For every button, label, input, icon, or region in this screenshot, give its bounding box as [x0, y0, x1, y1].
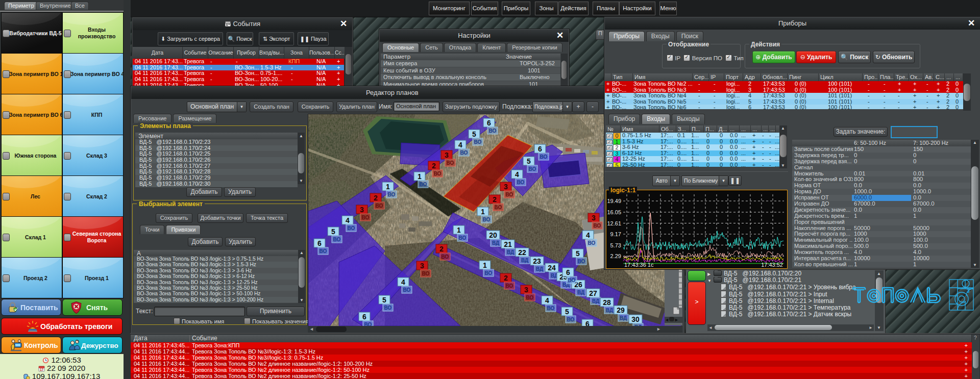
- svg-text:ВО: ВО: [348, 225, 355, 231]
- svg-text:6: 6: [538, 145, 542, 153]
- svg-text:ВО: ВО: [506, 283, 513, 289]
- svg-text:ВО: ВО: [320, 248, 327, 254]
- svg-text:4: 4: [346, 216, 350, 224]
- svg-text:ВО: ВО: [434, 171, 442, 176]
- svg-text:ВО: ВО: [485, 270, 493, 276]
- svg-text:17: 17: [40, 368, 44, 371]
- svg-text:1: 1: [457, 226, 461, 234]
- svg-text:4: 4: [458, 141, 462, 149]
- svg-text:2: 2: [493, 195, 497, 204]
- svg-text:16.05: 16.05: [607, 209, 621, 215]
- svg-text:6: 6: [585, 320, 590, 326]
- svg-text:20: 20: [489, 231, 497, 239]
- svg-text:9.17: 9.17: [610, 231, 621, 237]
- svg-text:4: 4: [401, 278, 405, 286]
- svg-text:ВО: ВО: [540, 154, 548, 160]
- svg-text:21: 21: [504, 240, 512, 248]
- svg-text:ВО: ВО: [474, 139, 482, 145]
- svg-text:ВО: ВО: [364, 322, 372, 326]
- svg-text:2: 2: [504, 274, 508, 282]
- svg-text:3: 3: [360, 206, 364, 214]
- svg-text:ВО: ВО: [506, 192, 513, 197]
- svg-text:3: 3: [592, 214, 596, 222]
- svg-text:2: 2: [432, 162, 436, 170]
- svg-text:1: 1: [386, 183, 390, 191]
- svg-text:4: 4: [586, 231, 590, 239]
- svg-text:22: 22: [518, 248, 526, 257]
- svg-text:ВО: ВО: [489, 128, 497, 134]
- svg-text:29: 29: [617, 306, 625, 314]
- svg-text:ВО: ВО: [420, 182, 427, 187]
- svg-text:ВД: ВД: [507, 249, 514, 255]
- svg-text:4: 4: [545, 296, 549, 305]
- svg-text:ВО: ВО: [495, 205, 502, 210]
- svg-text:ВО: ВО: [529, 166, 536, 172]
- svg-text:ВО: ВО: [362, 215, 370, 220]
- svg-text:23: 23: [533, 257, 541, 265]
- svg-text:ВД: ВД: [606, 308, 613, 313]
- svg-text:17:43:36 1c: 17:43:36 1c: [624, 262, 654, 267]
- svg-text:ВД: ВД: [536, 266, 543, 272]
- svg-text:5: 5: [565, 308, 569, 316]
- svg-text:4: 4: [515, 170, 519, 179]
- svg-text:19.49: 19.49: [607, 198, 621, 204]
- svg-text:27: 27: [589, 289, 597, 297]
- svg-text:6: 6: [362, 313, 366, 321]
- svg-text:ВО: ВО: [526, 295, 534, 300]
- svg-text:ВД: ВД: [592, 298, 599, 304]
- svg-text:24: 24: [548, 264, 556, 272]
- svg-text:5: 5: [527, 157, 531, 165]
- svg-text:30: 30: [631, 315, 640, 323]
- svg-text:6: 6: [317, 239, 322, 247]
- svg-text:ВО: ВО: [483, 217, 491, 222]
- svg-text:6: 6: [487, 119, 491, 127]
- svg-text:ВО: ВО: [588, 240, 596, 246]
- svg-text:1: 1: [481, 208, 485, 216]
- svg-text:ВО: ВО: [517, 180, 525, 185]
- svg-text:3: 3: [420, 262, 424, 270]
- svg-text:ВО: ВО: [388, 192, 396, 197]
- svg-text:ВО: ВО: [567, 317, 575, 322]
- svg-text:1: 1: [418, 172, 422, 181]
- svg-text:28: 28: [603, 298, 611, 307]
- svg-text:3: 3: [967, 288, 970, 294]
- svg-text:2: 2: [439, 245, 444, 253]
- svg-text:5: 5: [576, 249, 580, 258]
- svg-text:ВО: ВО: [447, 160, 454, 166]
- svg-text:5: 5: [382, 296, 386, 304]
- svg-text:ВО: ВО: [460, 150, 468, 156]
- svg-text:ВД: ВД: [620, 315, 627, 321]
- svg-text:ВО: ВО: [403, 287, 411, 293]
- svg-text:5: 5: [472, 130, 476, 138]
- svg-text:ВО: ВО: [384, 305, 392, 311]
- svg-text:3: 3: [504, 183, 508, 191]
- svg-text:ВО: ВО: [442, 254, 449, 260]
- svg-text:5.73: 5.73: [610, 242, 621, 248]
- svg-text:ВО: ВО: [594, 223, 601, 229]
- svg-text:2: 2: [374, 194, 378, 202]
- svg-text:3: 3: [445, 151, 449, 159]
- svg-text:ВО: ВО: [568, 277, 576, 283]
- svg-text:ВД: ВД: [492, 240, 499, 246]
- svg-text:3: 3: [524, 286, 528, 294]
- svg-text:ВО: ВО: [578, 259, 585, 264]
- svg-text:ВД: ВД: [521, 258, 528, 263]
- svg-text:12.61: 12.61: [607, 220, 621, 226]
- svg-text:ВД: ВД: [577, 290, 584, 295]
- svg-text:ВО: ВО: [459, 235, 467, 241]
- svg-text:ВО: ВО: [333, 237, 341, 242]
- svg-text:6: 6: [566, 268, 570, 276]
- svg-text:17:43:52: 17:43:52: [761, 262, 783, 267]
- svg-text:ВО: ВО: [376, 203, 383, 209]
- svg-text:2.29: 2.29: [610, 253, 621, 259]
- svg-text:ВО: ВО: [422, 271, 430, 276]
- svg-text:5: 5: [331, 228, 335, 236]
- svg-text:ВО: ВО: [547, 306, 555, 311]
- svg-text:1: 1: [483, 261, 487, 269]
